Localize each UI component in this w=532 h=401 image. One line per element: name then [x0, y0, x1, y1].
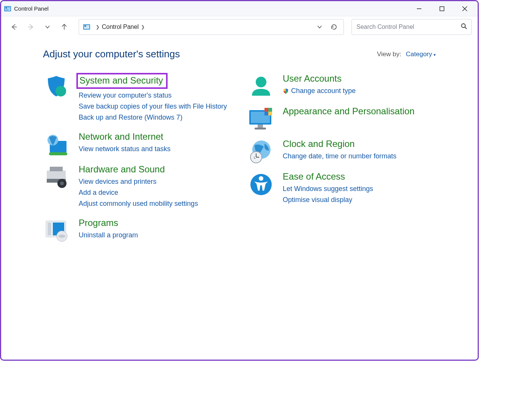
- content-area: Adjust your computer's settings View by:…: [1, 38, 478, 249]
- category-title-programs[interactable]: Programs: [79, 217, 118, 229]
- category-user-accounts: User Accounts Change account type: [247, 73, 436, 97]
- address-control-panel-icon: [83, 23, 90, 31]
- svg-rect-3: [8, 7, 10, 8]
- page-heading: Adjust your computer's settings: [43, 48, 180, 60]
- toolbar: ❯ Control Panel ❯: [1, 16, 478, 38]
- shield-icon: [43, 73, 71, 97]
- printer-icon: [43, 164, 71, 188]
- address-dropdown-button[interactable]: [314, 21, 325, 33]
- category-hardware-sound: Hardware and Sound View devices and prin…: [43, 164, 232, 209]
- link-file-history[interactable]: Save backup copies of your files with Fi…: [79, 101, 232, 112]
- svg-rect-23: [50, 167, 63, 171]
- globe-clock-icon: L: [247, 138, 275, 163]
- category-title-appearance[interactable]: Appearance and Personalisation: [283, 106, 415, 117]
- category-network-internet: Network and Internet View network status…: [43, 131, 232, 155]
- svg-point-18: [55, 86, 66, 96]
- link-review-status[interactable]: Review your computer's status: [79, 90, 232, 101]
- link-change-account-type-text: Change account type: [291, 86, 356, 96]
- svg-rect-39: [264, 112, 268, 115]
- svg-rect-38: [268, 108, 272, 112]
- svg-rect-36: [255, 128, 266, 129]
- forward-button[interactable]: [24, 20, 38, 34]
- link-network-status[interactable]: View network status and tasks: [79, 144, 232, 154]
- svg-point-31: [59, 235, 65, 238]
- category-title-clock-region[interactable]: Clock and Region: [283, 138, 355, 150]
- uac-shield-icon: [283, 88, 289, 94]
- search-input[interactable]: [356, 23, 458, 31]
- category-appearance: Appearance and Personalisation: [247, 106, 436, 130]
- category-title-user-accounts[interactable]: User Accounts: [283, 73, 342, 84]
- svg-rect-37: [264, 108, 268, 112]
- link-add-device[interactable]: Add a device: [79, 188, 232, 198]
- breadcrumb[interactable]: Control Panel: [102, 24, 139, 30]
- svg-point-16: [462, 24, 466, 28]
- caret-down-icon: ▾: [434, 52, 436, 57]
- minimize-button[interactable]: [413, 3, 425, 15]
- svg-point-26: [60, 182, 64, 185]
- category-title-ease-of-access[interactable]: Ease of Access: [283, 171, 345, 182]
- titlebar: Control Panel: [1, 1, 478, 16]
- up-button[interactable]: [57, 20, 71, 34]
- category-clock-region: L Clock and Region Change date, time or …: [247, 138, 436, 163]
- view-by-dropdown[interactable]: Category▾: [406, 51, 436, 58]
- link-optimise-display[interactable]: Optimise visual display: [283, 195, 436, 205]
- chevron-right-icon[interactable]: ❯: [96, 24, 100, 30]
- category-system-security: System and Security Review your computer…: [43, 73, 232, 123]
- svg-line-17: [465, 27, 467, 29]
- window-title: Control Panel: [14, 5, 49, 12]
- search-icon[interactable]: [461, 23, 467, 31]
- view-by-label: View by:: [377, 51, 401, 58]
- svg-point-47: [259, 176, 263, 181]
- category-programs: Programs Uninstall a program: [43, 217, 232, 242]
- link-mobility-settings[interactable]: Adjust commonly used mobility settings: [79, 199, 232, 209]
- link-devices-printers[interactable]: View devices and printers: [79, 177, 232, 187]
- svg-rect-35: [258, 125, 263, 128]
- user-icon: [247, 73, 275, 97]
- accessibility-icon: [247, 171, 275, 195]
- link-change-account-type[interactable]: Change account type: [283, 86, 436, 96]
- search-bar[interactable]: [352, 19, 472, 35]
- category-ease-of-access: Ease of Access Let Windows suggest setti…: [247, 171, 436, 205]
- maximize-button[interactable]: [436, 3, 448, 15]
- link-uninstall-program[interactable]: Uninstall a program: [79, 230, 232, 240]
- svg-rect-15: [84, 25, 86, 27]
- back-button[interactable]: [7, 20, 21, 34]
- svg-rect-5: [5, 9, 8, 10]
- svg-rect-7: [440, 6, 444, 11]
- programs-icon: [43, 217, 71, 242]
- svg-rect-28: [48, 223, 51, 235]
- svg-rect-4: [5, 9, 10, 9]
- category-title-network[interactable]: Network and Internet: [79, 131, 163, 142]
- link-windows-suggest[interactable]: Let Windows suggest settings: [283, 184, 436, 194]
- svg-text:L: L: [254, 156, 256, 159]
- link-backup-restore[interactable]: Back up and Restore (Windows 7): [79, 112, 232, 123]
- control-panel-icon: [4, 5, 11, 12]
- link-change-date-time[interactable]: Change date, time or number formats: [283, 151, 436, 161]
- svg-rect-2: [5, 7, 7, 8]
- recent-locations-button[interactable]: [41, 20, 54, 34]
- address-bar[interactable]: ❯ Control Panel ❯: [79, 19, 344, 35]
- refresh-button[interactable]: [328, 21, 340, 33]
- svg-rect-40: [268, 112, 272, 115]
- svg-rect-21: [49, 152, 67, 155]
- chevron-right-icon[interactable]: ❯: [141, 24, 145, 30]
- svg-point-32: [256, 77, 266, 87]
- view-by-control: View by: Category▾: [377, 51, 436, 58]
- category-title-system-security[interactable]: System and Security: [76, 73, 168, 89]
- category-title-hardware[interactable]: Hardware and Sound: [79, 164, 165, 175]
- window-controls: [413, 3, 475, 15]
- monitor-icon: [247, 106, 275, 130]
- network-icon: [43, 131, 71, 155]
- view-by-value-text: Category: [406, 51, 432, 58]
- close-button[interactable]: [459, 3, 471, 15]
